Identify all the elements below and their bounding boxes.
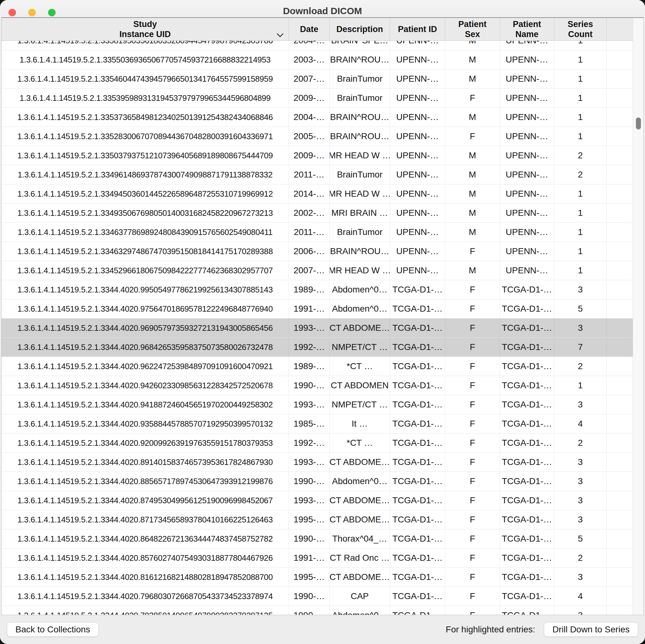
table-row[interactable]: 1.3.6.1.4.1.14519.5.2.1.3344.4020.935884… <box>2 415 633 434</box>
cell-spacer <box>607 395 633 414</box>
cell-study-instance-uid: 1.3.6.1.4.1.14519.5.2.1.3352830067070894… <box>2 127 289 146</box>
cell-date: 1993-… <box>289 319 330 337</box>
cell-description: BrainTumor <box>330 69 390 88</box>
table-row[interactable]: 1.3.6.1.4.1.14519.5.2.1.3346329748674703… <box>2 242 633 261</box>
cell-patient-id: UPENN-… <box>390 69 445 88</box>
table-row[interactable]: 1.3.6.1.4.1.14519.5.2.1.3358195035618035… <box>2 41 633 50</box>
table-row[interactable]: 1.3.6.1.4.1.14519.5.2.1.3353959893131945… <box>2 89 633 108</box>
column-header-date[interactable]: Date <box>289 18 330 41</box>
column-header-patient-id[interactable]: Patient ID <box>390 18 445 41</box>
table-row[interactable]: 1.3.6.1.4.1.14519.5.2.1.3344.4020.891401… <box>2 453 633 472</box>
cell-series-count: 2 <box>554 146 607 165</box>
cell-patient-id: UPENN-… <box>390 223 445 241</box>
column-header-description[interactable]: Description <box>330 18 390 41</box>
table-row[interactable]: 1.3.6.1.4.1.14519.5.2.1.3344.4020.816121… <box>2 568 633 587</box>
cell-spacer <box>607 434 633 452</box>
table-row[interactable]: 1.3.6.1.4.1.14519.5.2.1.3344.4020.968426… <box>2 338 633 357</box>
table-row[interactable]: 1.3.6.1.4.1.14519.5.2.1.3344.4020.792850… <box>2 606 633 615</box>
column-header-patient-name[interactable]: Patient Name <box>500 18 554 41</box>
cell-patient-id: TCGA-D1-… <box>390 415 445 433</box>
vertical-scrollbar[interactable] <box>633 18 643 615</box>
cell-date: 2003-… <box>289 50 330 69</box>
cell-spacer <box>607 415 633 433</box>
cell-series-count: 5 <box>554 529 607 548</box>
table-row[interactable]: 1.3.6.1.4.1.14519.5.2.1.3344.4020.885657… <box>2 472 633 491</box>
cell-series-count: 1 <box>554 69 607 88</box>
cell-patient-sex: F <box>445 319 500 337</box>
table-row[interactable]: 1.3.6.1.4.1.14519.5.2.1.3344.4020.942602… <box>2 376 633 395</box>
table-row[interactable]: 1.3.6.1.4.1.14519.5.2.1.3353736584981234… <box>2 108 633 127</box>
cell-series-count: 3 <box>554 453 607 472</box>
table-row[interactable]: 1.3.6.1.4.1.14519.5.2.1.3344.4020.969057… <box>2 319 633 338</box>
column-header-patient-sex[interactable]: Patient Sex <box>445 18 500 41</box>
table-row[interactable]: 1.3.6.1.4.1.14519.5.2.1.3355036936506770… <box>2 50 633 69</box>
cell-patient-sex: F <box>445 127 500 146</box>
drill-down-to-series-button[interactable]: Drill Down to Series <box>544 622 638 637</box>
cell-patient-name: TCGA-D1-… <box>500 319 554 337</box>
cell-date: 1990-… <box>289 587 330 606</box>
cell-series-count: 7 <box>554 338 607 356</box>
cell-date: 2007-… <box>289 261 330 280</box>
cell-series-count: 3 <box>554 606 607 615</box>
table-row[interactable]: 1.3.6.1.4.1.14519.5.2.1.3344.4020.874953… <box>2 491 633 510</box>
cell-description: NMPET/CT … <box>330 395 390 414</box>
cell-spacer <box>607 548 633 568</box>
table-row[interactable]: 1.3.6.1.4.1.14519.5.2.1.3349350676980501… <box>2 203 633 223</box>
table-row[interactable]: 1.3.6.1.4.1.14519.5.2.1.3344.4020.975647… <box>2 299 633 319</box>
cell-study-instance-uid: 1.3.6.1.4.1.14519.5.2.1.3344.4020.857602… <box>2 548 289 568</box>
table-row[interactable]: 1.3.6.1.4.1.14519.5.2.1.3344.4020.864822… <box>2 529 633 548</box>
cell-description: CT ABDOME… <box>330 319 390 337</box>
table-row[interactable]: 1.3.6.1.4.1.14519.5.2.1.3344.4020.995054… <box>2 280 633 299</box>
cell-patient-name: TCGA-D1-… <box>500 299 554 318</box>
cell-study-instance-uid: 1.3.6.1.4.1.14519.5.2.1.3346329748674703… <box>2 242 289 261</box>
cell-date: 2006-… <box>289 242 330 261</box>
column-header-series-count[interactable]: Series Count <box>554 18 607 41</box>
cell-description: BrainTumor <box>330 89 390 108</box>
cell-spacer <box>607 223 633 241</box>
cell-patient-id: TCGA-D1-… <box>390 472 445 491</box>
cell-patient-id: TCGA-D1-… <box>390 338 445 356</box>
cell-date: 1995-… <box>289 510 330 529</box>
table-row[interactable]: 1.3.6.1.4.1.14519.5.2.1.3344.4020.857602… <box>2 548 633 568</box>
cell-study-instance-uid: 1.3.6.1.4.1.14519.5.2.1.3344.4020.885657… <box>2 472 289 491</box>
table-row[interactable]: 1.3.6.1.4.1.14519.5.2.1.3350379375121073… <box>2 146 633 165</box>
cell-patient-name: TCGA-D1-… <box>500 280 554 299</box>
scrollbar-thumb[interactable] <box>636 118 641 129</box>
cell-patient-name: UPENN-… <box>500 203 554 222</box>
back-to-collections-button[interactable]: Back to Collections <box>7 622 98 637</box>
footer-bar: Back to Collections For highlighted entr… <box>0 615 645 644</box>
table-row[interactable]: 1.3.6.1.4.1.14519.5.2.1.3349614869378743… <box>2 165 633 184</box>
cell-description: BRAIN^ROU… <box>330 242 390 261</box>
cell-patient-sex: F <box>445 587 500 606</box>
table-row[interactable]: 1.3.6.1.4.1.14519.5.2.1.3344.4020.871734… <box>2 510 633 529</box>
cell-patient-id: TCGA-D1-… <box>390 453 445 472</box>
cell-patient-sex: F <box>445 415 500 433</box>
table-row[interactable]: 1.3.6.1.4.1.14519.5.2.1.3344.4020.920099… <box>2 434 633 453</box>
table-row[interactable]: 1.3.6.1.4.1.14519.5.2.1.3344.4020.796803… <box>2 587 633 606</box>
cell-spacer <box>607 41 633 50</box>
cell-study-instance-uid: 1.3.6.1.4.1.14519.5.2.1.3349350676980501… <box>2 203 289 222</box>
cell-patient-id: TCGA-D1-… <box>390 529 445 548</box>
table-row[interactable]: 1.3.6.1.4.1.14519.5.2.1.3346377869892480… <box>2 223 633 242</box>
cell-patient-name: UPENN-… <box>500 184 554 203</box>
cell-patient-id: TCGA-D1-… <box>390 376 445 395</box>
column-header-label: Description <box>336 24 383 34</box>
cell-series-count: 3 <box>554 395 607 414</box>
cell-date: 1991-… <box>289 299 330 318</box>
cell-study-instance-uid: 1.3.6.1.4.1.14519.5.2.1.3344.4020.975647… <box>2 299 289 318</box>
cell-date: 1993-… <box>289 395 330 414</box>
table-row[interactable]: 1.3.6.1.4.1.14519.5.2.1.3354604474394579… <box>2 69 633 89</box>
cell-study-instance-uid: 1.3.6.1.4.1.14519.5.2.1.3349614869378743… <box>2 165 289 184</box>
cell-series-count: 1 <box>554 203 607 222</box>
table-row[interactable]: 1.3.6.1.4.1.14519.5.2.1.3352830067070894… <box>2 127 633 146</box>
table-row[interactable]: 1.3.6.1.4.1.14519.5.2.1.3349450360144522… <box>2 184 633 203</box>
column-header-study-instance-uid[interactable]: Study Instance UID <box>2 18 289 41</box>
table-row[interactable]: 1.3.6.1.4.1.14519.5.2.1.3345296618067509… <box>2 261 633 280</box>
cell-series-count: 1 <box>554 376 607 395</box>
table-row[interactable]: 1.3.6.1.4.1.14519.5.2.1.3344.4020.962247… <box>2 357 633 376</box>
cell-spacer <box>607 510 633 529</box>
table-row[interactable]: 1.3.6.1.4.1.14519.5.2.1.3344.4020.941887… <box>2 395 633 415</box>
cell-series-count: 1 <box>554 223 607 241</box>
cell-patient-sex: M <box>445 41 500 50</box>
cell-series-count: 1 <box>554 242 607 261</box>
